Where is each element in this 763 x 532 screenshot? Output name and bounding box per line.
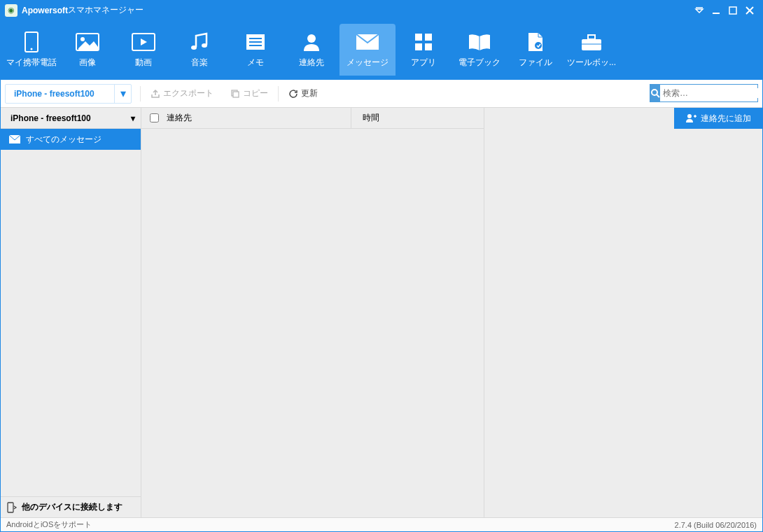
app-logo-icon: ◉ (5, 4, 18, 17)
status-version-text: 2.7.4 (Build 06/20/2016) (675, 521, 757, 529)
notes-icon (243, 31, 268, 52)
apps-icon (411, 31, 436, 52)
tab-label: 電子ブック (458, 57, 500, 69)
contacts-icon (299, 31, 324, 52)
envelope-icon (9, 135, 20, 144)
device-dropdown[interactable]: iPhone - freesoft100 ▾ (5, 84, 132, 104)
tab-label: メモ (247, 57, 264, 69)
status-bar: AndroidとiOSをサポート 2.7.4 (Build 06/20/2016… (1, 517, 762, 531)
connect-other-label: 他のデバイスに接続します (22, 501, 122, 513)
message-icon (355, 31, 380, 52)
search-icon (650, 85, 660, 102)
svg-rect-18 (415, 34, 422, 41)
status-left-text: AndroidとiOSをサポート (6, 519, 92, 530)
export-button[interactable]: エクスポート (150, 88, 214, 99)
chevron-down-icon[interactable]: ▾ (131, 113, 135, 123)
main-area: iPhone - freesoft100 ▾ すべてのメッセージ 他のデバイスに… (1, 108, 762, 517)
svg-rect-21 (425, 43, 432, 50)
music-icon (187, 31, 212, 52)
message-list-pane: 連絡先 時間 (141, 108, 484, 517)
svg-point-29 (652, 90, 657, 95)
message-list (141, 129, 484, 517)
book-icon (467, 31, 492, 52)
connect-other-device[interactable]: 他のデバイスに接続します (1, 496, 141, 517)
title-bar: ◉ Apowersoft スマホマネージャー (1, 1, 762, 20)
svg-rect-24 (582, 39, 601, 50)
separator (278, 86, 279, 102)
tab-notes[interactable]: メモ (227, 24, 284, 76)
tab-messages[interactable]: メッセージ (340, 24, 396, 76)
tab-label: 連絡先 (299, 57, 324, 69)
svg-rect-25 (588, 35, 595, 39)
close-button[interactable] (741, 2, 758, 19)
minimize-button[interactable] (708, 2, 724, 19)
image-icon (75, 31, 100, 52)
svg-rect-32 (8, 503, 13, 512)
video-icon (131, 31, 156, 52)
refresh-button[interactable]: 更新 (288, 88, 318, 99)
search-input[interactable] (660, 88, 763, 98)
sidebar-item-all-messages[interactable]: すべてのメッセージ (1, 129, 141, 150)
dropdown-arrow-icon[interactable]: ▾ (114, 85, 131, 103)
sidebar-empty (1, 150, 141, 496)
menu-dropdown-button[interactable] (691, 2, 708, 19)
maximize-button[interactable] (724, 2, 741, 19)
sub-toolbar: iPhone - freesoft100 ▾ エクスポート コピー 更新 × (1, 80, 762, 108)
tab-label: マイ携帯電話 (6, 57, 57, 69)
tab-label: 画像 (79, 57, 96, 69)
tab-label: 音楽 (191, 57, 208, 69)
sidebar: iPhone - freesoft100 ▾ すべてのメッセージ 他のデバイスに… (1, 108, 141, 517)
svg-point-23 (535, 42, 542, 49)
device-name: iPhone - freesoft100 (6, 85, 114, 103)
add-to-contacts-button[interactable]: 連絡先に追加 (674, 108, 762, 129)
sidebar-device-header[interactable]: iPhone - freesoft100 ▾ (1, 108, 141, 129)
app-title-brand: Apowersoft (22, 6, 68, 15)
tab-label: ファイル (519, 57, 552, 69)
svg-rect-2 (729, 7, 736, 14)
sidebar-item-label: すべてのメッセージ (26, 134, 102, 146)
svg-rect-19 (425, 34, 432, 41)
copy-button[interactable]: コピー (230, 88, 268, 99)
main-toolbar: マイ携帯電話 画像 動画 音楽 メモ 連絡先 メッセージ アプリ 電子ブック フ… (1, 20, 762, 80)
app-title-rest: スマホマネージャー (68, 4, 144, 16)
column-contact-header[interactable]: 連絡先 (141, 108, 351, 128)
column-time-label: 時間 (363, 113, 379, 122)
refresh-label: 更新 (301, 88, 318, 99)
svg-point-10 (191, 46, 197, 50)
tab-files[interactable]: ファイル (507, 24, 564, 76)
svg-point-11 (202, 43, 207, 48)
svg-point-33 (687, 114, 692, 118)
search-box[interactable]: × (650, 84, 758, 102)
tab-ebook[interactable]: 電子ブック (451, 24, 507, 76)
tab-label: 動画 (135, 57, 152, 69)
file-icon (523, 31, 548, 52)
export-label: エクスポート (163, 88, 214, 99)
tab-images[interactable]: 画像 (59, 24, 115, 76)
content-area: 連絡先 時間 連絡先に追加 (141, 108, 762, 517)
tab-contacts[interactable]: 連絡先 (284, 24, 340, 76)
column-contact-label: 連絡先 (167, 112, 192, 124)
sidebar-device-name: iPhone - freesoft100 (10, 113, 91, 123)
device-connect-icon (6, 502, 18, 513)
svg-point-16 (307, 34, 316, 43)
svg-line-30 (657, 94, 659, 97)
tab-phone[interactable]: マイ携帯電話 (4, 24, 59, 76)
toolbox-icon (579, 31, 604, 52)
column-time-header[interactable]: 時間 (351, 112, 484, 124)
tab-apps[interactable]: アプリ (396, 24, 451, 76)
select-all-checkbox[interactable] (150, 113, 159, 122)
svg-rect-28 (233, 92, 239, 97)
column-header-row: 連絡先 時間 (141, 108, 484, 129)
tab-video[interactable]: 動画 (115, 24, 172, 76)
svg-point-6 (31, 48, 33, 50)
copy-label: コピー (243, 88, 268, 99)
tab-label: アプリ (411, 57, 436, 69)
phone-icon (19, 31, 44, 52)
add-to-contacts-label: 連絡先に追加 (701, 113, 751, 125)
tab-label: ツールボッ... (567, 57, 616, 69)
tab-toolbox[interactable]: ツールボッ... (564, 24, 620, 76)
detail-pane: 連絡先に追加 (484, 108, 762, 517)
svg-rect-20 (415, 43, 422, 50)
add-person-icon (685, 113, 696, 123)
tab-music[interactable]: 音楽 (172, 24, 227, 76)
